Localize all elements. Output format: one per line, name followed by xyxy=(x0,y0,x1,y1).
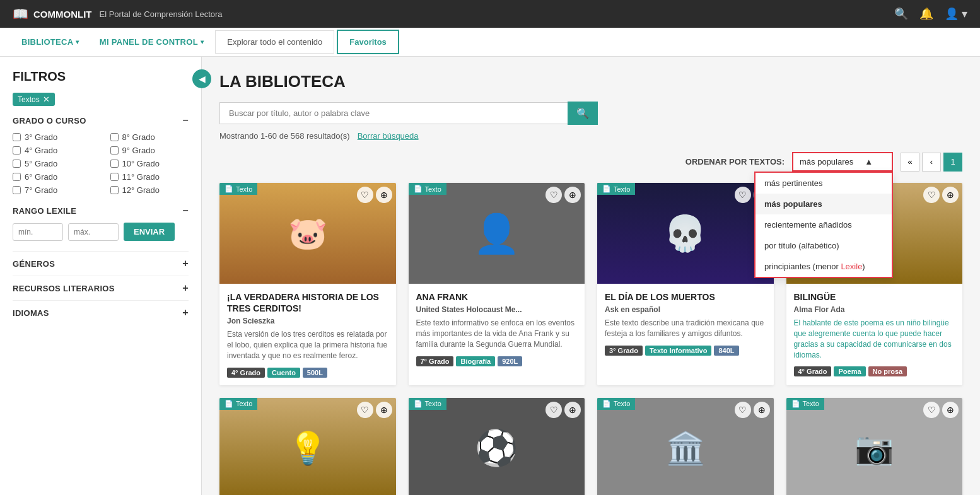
lexile-row: ENVIAR xyxy=(13,223,189,241)
sort-option-recientes[interactable]: recientemente añadidos xyxy=(755,214,892,235)
card-favorite-btn[interactable]: ♡ xyxy=(357,187,373,203)
doc-icon: 📄 xyxy=(602,400,611,408)
grade-collapse-icon[interactable]: − xyxy=(182,115,189,126)
card-author: Alma Flor Ada xyxy=(794,305,955,314)
sidebar-title: FILTROS xyxy=(13,69,189,84)
sort-option-relevantes[interactable]: más pertinentes xyxy=(755,173,892,194)
tag-lexile: 920L xyxy=(498,356,522,366)
grade-checkbox-6[interactable] xyxy=(13,173,21,181)
card-favorite-btn[interactable]: ♡ xyxy=(357,402,373,418)
recursos-expand-icon[interactable]: + xyxy=(182,282,189,294)
doc-icon: 📄 xyxy=(414,400,423,408)
card-add-btn[interactable]: ⊕ xyxy=(376,402,392,418)
tag-grade: 4° Grado xyxy=(794,366,832,376)
sort-option-principiantes[interactable]: principiantes (menor Lexile) xyxy=(755,256,892,277)
card-actions: ♡ ⊕ xyxy=(545,187,581,203)
doc-icon: 📄 xyxy=(602,185,611,193)
recursos-section: RECURSOS LITERARIOS + xyxy=(13,276,189,300)
sort-select[interactable]: más populares ▲ xyxy=(792,152,893,172)
active-filter-tag: Textos ✕ xyxy=(13,93,55,106)
card-add-btn[interactable]: ⊕ xyxy=(942,187,959,203)
grade-checkbox-3[interactable] xyxy=(13,133,21,141)
card-actions: ♡ ⊕ xyxy=(545,402,581,418)
idiomas-expand-icon[interactable]: + xyxy=(182,307,189,318)
tag-lexile: 840L xyxy=(714,346,738,356)
card-image-tres-cerditos: 📄 Texto 🐷 ♡ ⊕ xyxy=(219,183,396,284)
brand-logo[interactable]: 📖 COMMONLIT xyxy=(13,6,91,21)
pagination-first[interactable]: « xyxy=(901,153,919,172)
card-author: Jon Scieszka xyxy=(227,317,388,325)
grade-checkbox-4[interactable] xyxy=(13,146,21,154)
grade-checkbox-9[interactable] xyxy=(110,146,119,154)
grade-item-12: 12° Grado xyxy=(110,185,189,195)
grade-item-4: 4° Grado xyxy=(13,146,91,155)
bottom-card-2[interactable]: 📄 Texto ⚽ ♡ ⊕ xyxy=(409,398,585,495)
clear-search-link[interactable]: Borrar búsqueda xyxy=(358,131,419,141)
tag-grade: 3° Grado xyxy=(605,346,643,356)
generos-expand-icon[interactable]: + xyxy=(182,258,189,269)
card-dia-muertos[interactable]: 📄 Texto 💀 ♡ ⊕ EL DÍA DE LOS MUERTOS Ask … xyxy=(597,183,774,385)
bottom-card-3[interactable]: 📄 Texto 🏛️ ♡ ⊕ xyxy=(597,398,774,495)
card-ana-frank[interactable]: 📄 Texto 👤 ♡ ⊕ ANA FRANK United States Ho… xyxy=(409,183,585,385)
card-body-ana-frank: ANA FRANK United States Holocaust Me... … xyxy=(409,284,585,374)
grade-checkbox-7[interactable] xyxy=(13,186,21,194)
card-title: ANA FRANK xyxy=(416,291,578,303)
main-content: LA BIBLIOTECA 🔍 Mostrando 1-60 de 568 re… xyxy=(202,57,980,495)
lexile-max-input[interactable] xyxy=(68,223,119,241)
bottom-card-image-2: 📄 Texto ⚽ ♡ ⊕ xyxy=(409,398,585,495)
grade-item-8: 8° Grado xyxy=(110,132,189,142)
card-label: 📄 Texto xyxy=(597,398,635,410)
card-add-btn[interactable]: ⊕ xyxy=(754,402,770,418)
search-icon[interactable]: 🔍 xyxy=(894,7,908,21)
grade-checkbox-10[interactable] xyxy=(110,160,119,168)
card-tres-cerditos[interactable]: 📄 Texto 🐷 ♡ ⊕ ¡LA VERDADERA HISTORIA DE … xyxy=(219,183,396,385)
sort-pagination-row: ORDENAR POR TEXTOS: más populares ▲ más … xyxy=(219,152,962,172)
brand-tagline: El Portal de Comprensión Lectora xyxy=(99,9,222,19)
pagination-current[interactable]: 1 xyxy=(943,153,962,172)
grade-checkbox-11[interactable] xyxy=(110,173,119,181)
user-icon[interactable]: 👤 ▾ xyxy=(945,7,967,21)
bell-icon[interactable]: 🔔 xyxy=(919,7,933,21)
card-favorite-btn[interactable]: ♡ xyxy=(735,187,751,203)
card-add-btn[interactable]: ⊕ xyxy=(564,402,581,418)
tab-favoritos[interactable]: Favoritos xyxy=(337,30,399,54)
card-favorite-btn[interactable]: ♡ xyxy=(735,402,751,418)
bottom-card-1[interactable]: 📄 Texto 💡 ♡ ⊕ xyxy=(219,398,396,495)
card-body-bilingue: BILINGÜE Alma Flor Ada El hablante de es… xyxy=(786,284,963,384)
grade-checkbox-8[interactable] xyxy=(110,133,119,141)
lexile-min-input[interactable] xyxy=(13,223,63,241)
bottom-card-4[interactable]: 📄 Texto 📷 ♡ ⊕ xyxy=(786,398,963,495)
doc-icon: 📄 xyxy=(225,400,233,408)
tab-explorar[interactable]: Explorar todo el contenido xyxy=(215,30,334,54)
card-favorite-btn[interactable]: ♡ xyxy=(923,187,940,203)
filter-close-icon[interactable]: ✕ xyxy=(43,95,50,104)
sort-option-populares[interactable]: más populares xyxy=(755,194,892,214)
lexile-collapse-icon[interactable]: − xyxy=(182,205,189,216)
pagination-prev[interactable]: ‹ xyxy=(922,153,941,172)
nav-biblioteca[interactable]: BIBLIOTECA ▾ xyxy=(13,31,88,53)
card-add-btn[interactable]: ⊕ xyxy=(376,187,392,203)
grade-checkbox-12[interactable] xyxy=(110,186,119,194)
card-favorite-btn[interactable]: ♡ xyxy=(923,402,940,418)
page-title: LA BIBLIOTECA xyxy=(219,72,962,91)
card-actions: ♡ ⊕ xyxy=(357,187,392,203)
card-title: BILINGÜE xyxy=(794,291,955,303)
tag-poem: Poema xyxy=(834,366,865,376)
card-favorite-btn[interactable]: ♡ xyxy=(545,402,562,418)
enviar-button[interactable]: ENVIAR xyxy=(124,223,175,241)
nav-mi-panel[interactable]: MI PANEL DE CONTROL ▾ xyxy=(91,31,213,53)
tag-grade: 4° Grado xyxy=(227,368,265,378)
card-add-btn[interactable]: ⊕ xyxy=(942,402,959,418)
search-button[interactable]: 🔍 xyxy=(568,102,598,125)
grade-checkbox-5[interactable] xyxy=(13,160,21,168)
tag-genre: Biografía xyxy=(456,356,495,366)
card-tags: 3° Grado Texto Informativo 840L xyxy=(605,346,766,356)
sort-option-titulo[interactable]: por título (alfabético) xyxy=(755,235,892,256)
card-author: United States Holocaust Me... xyxy=(416,305,578,314)
search-input[interactable] xyxy=(219,102,568,124)
grade-title: GRADO O CURSO xyxy=(13,116,86,125)
idiomas-label: IDIOMAS xyxy=(13,308,49,318)
sidebar-toggle[interactable]: ◀ xyxy=(192,69,211,88)
card-add-btn[interactable]: ⊕ xyxy=(564,187,581,203)
card-favorite-btn[interactable]: ♡ xyxy=(545,187,562,203)
